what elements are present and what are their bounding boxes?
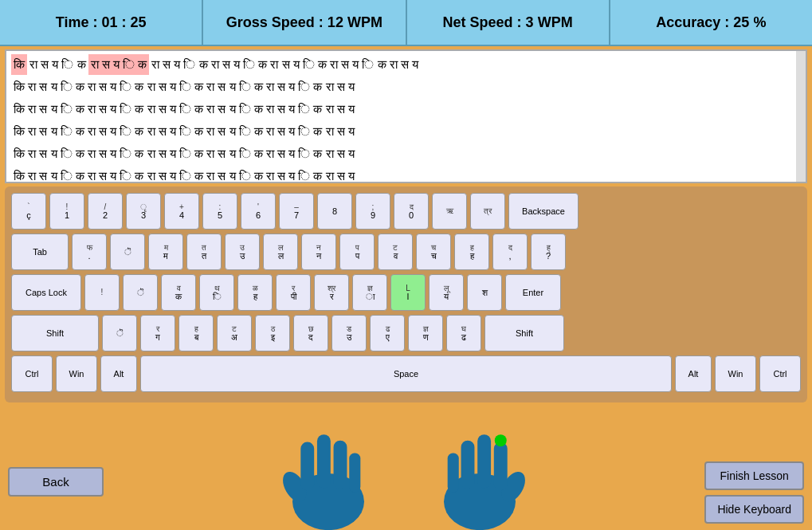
key-slash[interactable]: घढ	[446, 315, 481, 351]
bottom-section: Back	[0, 406, 812, 530]
key-period[interactable]: ज्ञण	[408, 315, 443, 351]
key-k[interactable]: ज्ञा	[352, 274, 387, 311]
back-button[interactable]: Back	[8, 467, 104, 497]
key-d[interactable]: वक	[161, 274, 196, 311]
key-4[interactable]: +4	[164, 193, 199, 230]
key-bracket-r[interactable]: द,	[492, 234, 528, 270]
key-z[interactable]: ॆ	[102, 315, 137, 351]
space-key[interactable]: Space	[140, 355, 672, 392]
key-v[interactable]: टअ	[217, 315, 252, 351]
net-unit: WPM	[538, 14, 573, 31]
text-chunk2: रा स य ि क रा स य ि क रा स य ि क रा स य …	[149, 54, 421, 75]
key-minus[interactable]: ऋ	[432, 193, 467, 230]
text-chunk-error: कि	[11, 54, 27, 75]
key-q[interactable]: फ.	[72, 234, 107, 270]
text-chunk: कि रा स य ि क रा स य ि क रा स य ि क रा स…	[11, 77, 357, 97]
key-p[interactable]: चच	[416, 234, 451, 270]
right-ctrl-key[interactable]: Ctrl	[759, 355, 801, 392]
text-line: कि रा स य ि क रा स य ि क रा स य ि क रा स…	[11, 99, 801, 120]
accuracy-display: Accuracy : 25 %	[610, 0, 812, 45]
key-t[interactable]: उउ	[225, 234, 260, 270]
key-j[interactable]: श्रर	[314, 274, 349, 311]
key-h[interactable]: रपी	[276, 274, 311, 311]
gross-speed-display: Gross Speed : 12 WPM	[203, 0, 406, 45]
key-n[interactable]: छद	[293, 315, 328, 351]
text-line: कि रा स य ि क रा स य ि क रा स य ि क रा स…	[11, 121, 801, 142]
text-line: कि रा स य ि क रा स य ि क रा स य ि क रा स…	[11, 143, 801, 164]
key-i[interactable]: पप	[339, 234, 375, 270]
left-ctrl-key[interactable]: Ctrl	[11, 355, 53, 392]
bottom-row: Ctrl Win Alt Space Alt Win Ctrl	[11, 355, 801, 392]
left-shift-key[interactable]: Shift	[11, 315, 99, 351]
key-o[interactable]: टव	[378, 234, 413, 270]
svg-rect-2	[301, 442, 315, 491]
svg-rect-10	[477, 434, 491, 489]
key-5[interactable]: :5	[202, 193, 237, 230]
finish-lesson-button[interactable]: Finish Lesson	[704, 461, 804, 490]
hide-keyboard-button[interactable]: Hide Keyboard	[704, 495, 804, 524]
gross-label: Gross Speed : 12	[226, 14, 343, 31]
left-win-key[interactable]: Win	[56, 355, 97, 392]
key-w[interactable]: ॆ	[110, 234, 145, 270]
key-3[interactable]: ृ3	[126, 193, 161, 230]
svg-rect-4	[334, 441, 347, 489]
right-hand-icon	[428, 412, 532, 530]
action-buttons: Finish Lesson Hide Keyboard	[704, 461, 804, 524]
typing-text-area: कि रा स य ि क रा स य ि क रा स य ि क रा स…	[5, 49, 807, 183]
key-b[interactable]: ठइ	[255, 315, 290, 351]
left-alt-key[interactable]: Alt	[100, 355, 137, 392]
key-1[interactable]: !1	[49, 193, 84, 230]
key-backtick[interactable]: ` ç	[11, 193, 46, 230]
time-display: Time : 01 : 25	[0, 0, 203, 45]
text-chunk: रा स य ि क	[27, 54, 88, 75]
right-shift-key[interactable]: Shift	[484, 315, 564, 351]
caps-lock-key[interactable]: Caps Lock	[11, 274, 81, 311]
tab-row: Tab फ. ॆ मम तत उउ लल नन पप टव चच हह द, ह…	[11, 234, 801, 270]
key-bracket-l[interactable]: हह	[454, 234, 489, 270]
key-8[interactable]: 8	[317, 193, 352, 230]
key-7[interactable]: –7	[279, 193, 314, 230]
key-m[interactable]: डउ	[331, 315, 367, 351]
key-equal[interactable]: त्र	[470, 193, 505, 230]
key-l[interactable]: Ll	[390, 274, 426, 311]
svg-rect-5	[349, 453, 360, 493]
caps-row: Caps Lock ! ॆ वक थि ळह रपी श्रर ज्ञा Ll …	[11, 274, 801, 311]
key-0[interactable]: द0	[394, 193, 429, 230]
key-s[interactable]: ॆ	[123, 274, 158, 311]
key-quote[interactable]: श	[467, 274, 502, 311]
text-chunk: कि रा स य ि क रा स य ि क रा स य ि क रा स…	[11, 99, 357, 120]
scrollbar[interactable]	[796, 51, 806, 182]
text-line: कि रा स य ि क रा स य ि क रा स य ि क रा स…	[11, 166, 801, 183]
right-alt-key[interactable]: Alt	[675, 355, 712, 392]
enter-key[interactable]: Enter	[505, 274, 561, 311]
header: Time : 01 : 25 Gross Speed : 12 WPM Net …	[0, 0, 812, 46]
key-2[interactable]: /2	[88, 193, 123, 230]
shift-row: Shift ॆ रग हब टअ ठइ छद डउ ढए ज्ञण घढ Shi…	[11, 315, 801, 351]
accuracy-label: Accuracy : 25	[656, 14, 749, 31]
key-e[interactable]: मम	[148, 234, 183, 270]
key-backslash[interactable]: ह्?	[531, 234, 566, 270]
key-c[interactable]: हब	[178, 315, 214, 351]
key-semicolon[interactable]: लूय	[429, 274, 464, 311]
right-win-key[interactable]: Win	[715, 355, 756, 392]
svg-rect-3	[317, 434, 331, 489]
backspace-key[interactable]: Backspace	[508, 193, 579, 230]
key-y[interactable]: लल	[263, 234, 298, 270]
key-6[interactable]: '6	[241, 193, 276, 230]
key-g[interactable]: ळह	[237, 274, 273, 311]
text-chunk: कि रा स य ि क रा स य ि क रा स य ि क रा स…	[11, 166, 357, 183]
time-value: 01 : 25	[101, 14, 146, 31]
text-line: कि रा स य ि क रा स य ि क रा स य ि क रा स…	[11, 54, 801, 75]
key-9[interactable]: ;9	[355, 193, 390, 230]
net-speed-display: Net Speed : 3 WPM	[407, 0, 610, 45]
tab-key[interactable]: Tab	[11, 234, 69, 270]
net-label: Net Speed : 3	[443, 14, 534, 31]
left-hand-icon	[277, 412, 380, 530]
key-comma[interactable]: ढए	[370, 315, 405, 351]
key-a[interactable]: !	[84, 274, 120, 311]
number-row: ` ç !1 /2 ृ3 +4 :5 '6 –7 8 ;9 द0 ऋ त्र B…	[11, 193, 801, 230]
key-u[interactable]: नन	[301, 234, 336, 270]
key-x[interactable]: रग	[140, 315, 175, 351]
key-r[interactable]: तत	[186, 234, 222, 270]
key-f[interactable]: थि	[199, 274, 234, 311]
